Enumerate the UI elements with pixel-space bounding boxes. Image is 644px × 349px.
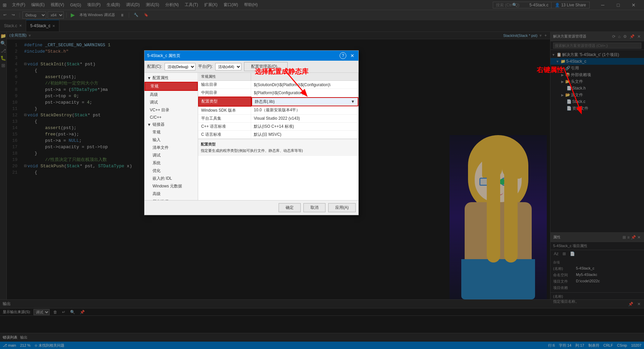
status-git[interactable]: ⊙ 未找到相关问题 <box>35 343 64 348</box>
tab-stack-c[interactable]: Stack.c ✕ <box>0 20 26 32</box>
dialog-tree-vcdir[interactable]: VC++ 目录 <box>144 106 198 114</box>
props-close-icon[interactable]: ✕ <box>637 235 641 240</box>
properties-dialog[interactable]: 5-4Stack_c 属性页 ? ✕ 配置(C): 活动(Debug) 平台(P… <box>144 50 359 215</box>
dialog-tree-general[interactable]: 常规 <box>144 82 198 91</box>
status-encoding[interactable]: CRLF <box>603 343 613 347</box>
status-newline[interactable]: 制表符 <box>588 343 599 348</box>
table-row-config-type[interactable]: 配置类型 静态库(.lib) ▼ <box>198 97 358 106</box>
props-pages-icon[interactable]: 📄 <box>569 251 576 256</box>
output-wrap-btn[interactable]: ↵ <box>61 310 66 314</box>
menu-extensions[interactable]: 扩展(X) <box>201 1 220 9</box>
panel-home-icon[interactable]: ⌂ <box>618 34 621 39</box>
menu-window[interactable]: 窗口(W) <box>221 1 241 9</box>
table-row[interactable]: 中间目录 $(Platform)\$(Configuration)\ <box>198 89 358 97</box>
toolbar-bookmark[interactable]: 🔖 <box>142 12 151 18</box>
run-button[interactable]: ▶ <box>69 12 76 18</box>
dialog-linker-idl[interactable]: 嵌入的 IDL <box>144 175 198 182</box>
dialog-apply-button[interactable]: 应用(A) <box>328 203 356 212</box>
sidebar-ext-icon[interactable]: ⊞ <box>0 63 7 68</box>
panel-sync-icon[interactable]: ⟳ <box>611 34 616 39</box>
toolbar-undo[interactable]: ↩ <box>1 12 8 18</box>
scope-dropdown[interactable]: (全局范围) <box>9 33 26 38</box>
sidebar-debug-icon[interactable]: 🐛 <box>0 55 7 61</box>
tab-stack-c-close[interactable]: ✕ <box>19 24 22 27</box>
dialog-linker-all[interactable]: 所有选项 <box>144 198 198 200</box>
menu-help[interactable]: 帮助(H) <box>241 1 260 9</box>
dialog-tree-debug[interactable]: 调试 <box>144 99 198 106</box>
props-pin-icon[interactable]: 📌 <box>630 235 637 240</box>
menu-test[interactable]: 测试(S) <box>143 1 162 9</box>
tree-root[interactable]: ▼ 📋 解决方案 '5-4Stack_c' (1个项目) <box>550 51 644 58</box>
func-dropdown[interactable]: StackInit(Stack * pst) <box>503 34 537 38</box>
sidebar-git-icon[interactable]: ⎇ <box>0 48 7 53</box>
tree-stack-h[interactable]: 📄 Stack.h <box>550 85 644 92</box>
live-share-button[interactable]: 👤 13 Live Share <box>551 2 590 8</box>
pause-button[interactable]: ⏸ <box>118 12 126 18</box>
menu-build[interactable]: 生成(B) <box>104 1 123 9</box>
menu-debug[interactable]: 调试(D) <box>123 1 142 9</box>
debug-config-select[interactable]: Debug Release <box>22 11 46 19</box>
output-source-select[interactable]: 调试 <box>34 309 50 315</box>
add-tab-icon[interactable]: + <box>544 33 547 38</box>
menu-project[interactable]: 项目(P) <box>84 1 103 9</box>
props-grid-icon[interactable]: ⊞ <box>562 251 567 256</box>
toolbar-extra[interactable]: 🔧 <box>132 12 140 18</box>
dialog-tree-advanced[interactable]: 高级 <box>144 91 198 99</box>
tree-headers[interactable]: ▶ 📂 头文件 <box>550 78 644 85</box>
maximize-button[interactable]: □ <box>610 0 626 10</box>
table-row[interactable]: C++ 语言标准 默认(ISO C++14 标准) <box>198 122 358 130</box>
dialog-linker-adv[interactable]: 高级 <box>144 190 198 198</box>
dialog-linker-header[interactable]: ▼ 链接器 <box>144 121 198 128</box>
table-row[interactable]: C 语言标准 默认(旧 MSVC) <box>198 130 358 138</box>
run-label[interactable]: 本地 Windows 调试器 <box>77 12 117 18</box>
platform-select[interactable]: x64 x86 <box>48 11 64 19</box>
table-row[interactable]: Windows SDK 版本 10.0（最新安装版本4平） <box>198 106 358 115</box>
minimize-button[interactable]: ─ <box>595 0 610 10</box>
props-az-icon[interactable]: Az <box>553 251 559 256</box>
menu-git[interactable]: Git(G) <box>67 1 84 9</box>
props-sort-icon[interactable]: ⊞ <box>622 235 627 240</box>
tree-stack-c[interactable]: 📄 Stack.c <box>550 98 644 105</box>
menu-edit[interactable]: 编辑(E) <box>28 1 47 9</box>
toolbar-redo[interactable]: ↪ <box>10 12 17 18</box>
tab-5-4stack-c-close[interactable]: ✕ <box>52 24 55 28</box>
platform-select-dialog[interactable]: 活动(x64) <box>215 63 241 70</box>
panel-close-icon[interactable]: ✕ <box>637 34 641 39</box>
panel-pin-icon[interactable]: 📌 <box>629 34 635 39</box>
menu-analyze[interactable]: 分析(N) <box>163 1 182 9</box>
panel-settings-icon[interactable]: ⚙ <box>623 34 628 39</box>
dialog-linker-system[interactable]: 系统 <box>144 159 198 167</box>
dialog-tree-cpp[interactable]: C/C++ <box>144 114 198 121</box>
menu-file[interactable]: 文件(F) <box>9 1 28 9</box>
table-row[interactable]: 平台工具集 Visual Studio 2022 (v143) <box>198 114 358 122</box>
props-filter-icon[interactable]: ≡ <box>627 235 630 240</box>
dialog-linker-manifest[interactable]: 清单文件 <box>144 144 198 152</box>
output-pin2-btn[interactable]: 📌 <box>79 310 86 314</box>
close-button[interactable]: ✕ <box>626 0 641 10</box>
dialog-linker-winmd[interactable]: Windows 元数据 <box>144 182 198 190</box>
dialog-linker-optim[interactable]: 优化 <box>144 167 198 175</box>
dialog-config-props-header[interactable]: ▼ 配置属性 <box>144 74 198 82</box>
tree-external-deps[interactable]: ▶ 📦 外部依赖项 <box>550 71 644 78</box>
menu-tools[interactable]: 工具(T) <box>182 1 200 9</box>
error-list-tab[interactable]: 错误列表 <box>3 335 17 340</box>
status-branch[interactable]: ⎇ main <box>3 343 16 348</box>
table-row[interactable]: 输出目录 $(SolutionDir)\$(Platform)\$(Config… <box>198 81 358 89</box>
menu-view[interactable]: 视图(V) <box>48 1 67 9</box>
config-manager-button[interactable]: 配置管理器(O)... <box>244 62 287 71</box>
config-select[interactable]: 活动(Debug) <box>165 63 195 70</box>
status-lang[interactable]: CSnip <box>617 343 627 347</box>
tree-sources[interactable]: ▶ 📂 源文件 <box>550 92 644 98</box>
sidebar-search-icon[interactable]: 🔍 <box>0 41 7 46</box>
dialog-close-button[interactable]: ✕ <box>349 52 356 59</box>
sidebar-explorer-icon[interactable]: 📁 <box>0 33 7 39</box>
tab-5-4stack-c[interactable]: 5-4Stack_c ✕ <box>26 20 59 32</box>
output-clear-btn[interactable]: 🗑 <box>52 310 58 314</box>
dialog-linker-debug[interactable]: 调试 <box>144 152 198 159</box>
dialog-linker-input[interactable]: 输入 <box>144 136 198 144</box>
dialog-linker-general[interactable]: 常规 <box>144 128 198 136</box>
tree-resources[interactable]: 📄 资源文件 <box>550 105 644 112</box>
dialog-help-button[interactable]: ? <box>340 52 346 59</box>
dialog-ok-button[interactable]: 确定 <box>279 203 301 212</box>
tree-project[interactable]: ▼ 📁 5-4Stack_c <box>550 58 644 65</box>
